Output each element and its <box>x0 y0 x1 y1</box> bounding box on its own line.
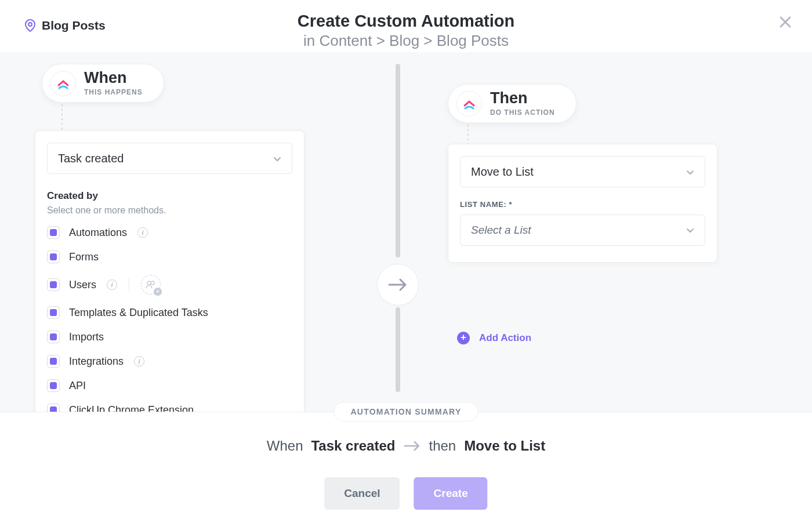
add-people-icon[interactable]: + <box>141 275 161 295</box>
info-icon[interactable]: i <box>107 279 117 290</box>
method-label: Templates & Duplicated Tasks <box>69 307 208 319</box>
method-row: API <box>47 373 292 398</box>
created-by-hint: Select one or more methods. <box>47 205 292 216</box>
when-title: When <box>84 70 143 86</box>
method-label: API <box>69 380 86 392</box>
add-action-button[interactable]: + Add Action <box>448 319 531 344</box>
then-panel: Move to List LIST NAME: * Select a List <box>448 144 717 263</box>
trigger-value: Task created <box>58 152 124 165</box>
modal-header: Blog Posts Create Custom Automation in C… <box>0 0 812 52</box>
center-divider <box>396 307 400 392</box>
method-row: Imports <box>47 325 292 349</box>
method-checkbox[interactable] <box>47 226 60 239</box>
method-row: Templates & Duplicated Tasks <box>47 300 292 325</box>
modal-title-group: Create Custom Automation in Content > Bl… <box>298 12 514 50</box>
center-divider <box>396 64 400 257</box>
trigger-select[interactable]: Task created <box>47 143 292 174</box>
svg-point-1 <box>147 281 151 285</box>
location-pin-icon <box>24 19 36 32</box>
connector-line <box>61 104 63 130</box>
list-select[interactable]: Select a List <box>460 215 705 246</box>
list-name-label: LIST NAME: * <box>460 200 705 209</box>
chevron-down-icon <box>686 165 694 179</box>
close-icon <box>778 15 792 29</box>
automation-summary: When Task created then Move to List <box>267 438 545 454</box>
create-button[interactable]: Create <box>414 477 488 510</box>
info-icon[interactable]: i <box>134 356 144 366</box>
arrow-right-icon <box>403 440 420 452</box>
created-by-methods: AutomationsiFormsUsersi+Templates & Dupl… <box>47 220 292 412</box>
method-label: Users <box>69 279 96 291</box>
close-button[interactable] <box>778 15 792 31</box>
method-row: ClickUp Chrome Extension <box>47 398 292 412</box>
modal-title: Create Custom Automation <box>298 12 514 31</box>
method-label: ClickUp Chrome Extension <box>69 404 194 412</box>
footer-buttons: Cancel Create <box>324 477 487 510</box>
cancel-button[interactable]: Cancel <box>324 477 400 510</box>
svg-point-0 <box>28 23 32 26</box>
method-checkbox[interactable] <box>47 379 60 392</box>
created-by-label: Created by <box>47 190 292 202</box>
when-pill: When THIS HAPPENS <box>42 64 164 103</box>
method-label: Imports <box>69 331 104 343</box>
divider <box>129 278 129 291</box>
when-subtitle: THIS HAPPENS <box>84 88 143 96</box>
then-pill: Then DO THIS ACTION <box>448 84 577 123</box>
summary-badge: AUTOMATION SUMMARY <box>334 402 478 422</box>
then-title: Then <box>490 90 555 106</box>
modal-breadcrumb: in Content > Blog > Blog Posts <box>298 32 514 50</box>
method-label: Integrations <box>69 355 124 368</box>
method-checkbox[interactable] <box>47 355 60 368</box>
chevron-down-icon <box>273 152 281 165</box>
connector-line <box>467 125 469 144</box>
info-icon[interactable]: i <box>137 227 148 238</box>
list-placeholder: Select a List <box>471 224 531 237</box>
flow-arrow <box>377 264 419 306</box>
location-label: Blog Posts <box>42 19 106 32</box>
add-action-label: Add Action <box>479 332 531 344</box>
method-row: Usersi+ <box>47 269 292 300</box>
svg-point-2 <box>151 281 154 285</box>
method-checkbox[interactable] <box>47 306 60 319</box>
action-value: Move to List <box>471 165 534 179</box>
clickup-logo-icon <box>50 71 76 96</box>
method-row: Automationsi <box>47 220 292 245</box>
action-select[interactable]: Move to List <box>460 156 705 187</box>
method-label: Automations <box>69 227 127 239</box>
method-checkbox[interactable] <box>47 404 60 412</box>
method-checkbox[interactable] <box>47 331 60 343</box>
arrow-right-icon <box>387 277 408 292</box>
plus-icon: + <box>457 332 470 344</box>
modal-footer: AUTOMATION SUMMARY When Task created the… <box>0 412 812 530</box>
method-checkbox[interactable] <box>47 251 60 263</box>
breadcrumb-location[interactable]: Blog Posts <box>24 15 106 32</box>
then-subtitle: DO THIS ACTION <box>490 108 555 117</box>
method-row: Integrationsi <box>47 349 292 373</box>
clickup-logo-icon <box>456 91 482 117</box>
method-checkbox[interactable] <box>47 278 60 291</box>
automation-canvas: When THIS HAPPENS Task created Created b… <box>0 52 812 412</box>
when-panel: Task created Created by Select one or mo… <box>35 130 304 412</box>
chevron-down-icon <box>686 224 694 237</box>
method-label: Forms <box>69 251 99 263</box>
method-row: Forms <box>47 245 292 269</box>
